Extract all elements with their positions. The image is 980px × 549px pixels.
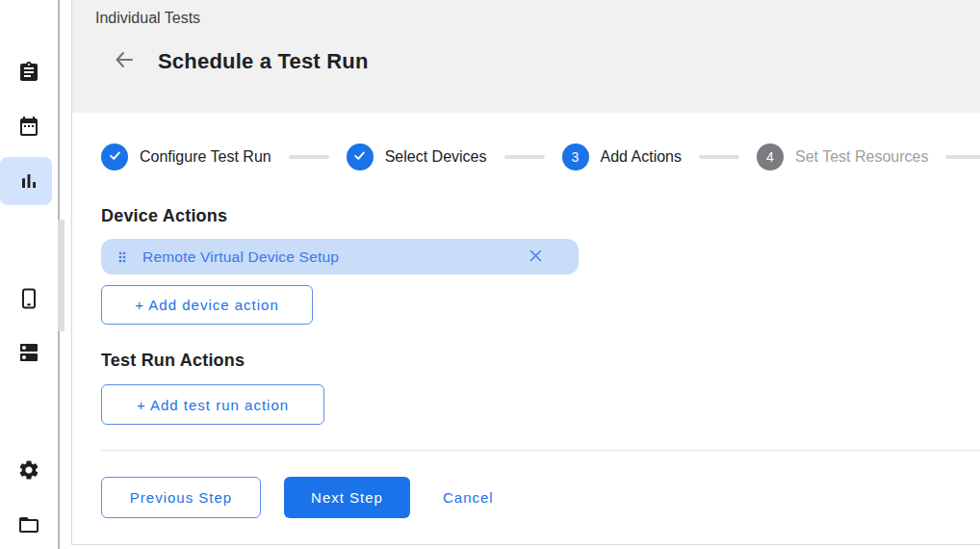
step-connector [699,155,739,159]
folder-icon [17,513,40,536]
step-3-label: Add Actions [601,148,683,166]
step-2-label: Select Devices [385,148,487,166]
close-icon [528,248,544,267]
stepper: Configure Test Run Select Devices 3 Add … [101,144,980,170]
step-2-circle[interactable] [347,144,374,170]
dns-icon [17,341,40,364]
step-4-number: 4 [766,149,774,165]
check-icon [108,148,122,166]
test-run-actions-heading: Test Run Actions [101,351,245,371]
page-title: Schedule a Test Run [158,49,369,74]
page-header: Individual Tests Schedule a Test Run [72,0,980,113]
gear-icon [17,458,40,482]
footer-divider [101,450,980,451]
device-action-chip-label: Remote Virtual Device Setup [142,248,339,266]
bar-chart-icon [17,170,40,193]
step-1-label: Configure Test Run [140,148,271,166]
footer-actions: Previous Step Next Step Cancel [101,477,494,518]
clipboard-icon [17,61,40,84]
drag-indicator-icon[interactable] [115,248,130,266]
cancel-button[interactable]: Cancel [443,477,494,518]
device-actions-heading: Device Actions [101,206,227,226]
sidebar-item-settings[interactable] [0,446,58,494]
previous-step-button[interactable]: Previous Step [101,477,261,518]
check-icon [352,148,367,166]
breadcrumb: Individual Tests [95,10,200,27]
step-1-circle[interactable] [101,144,128,170]
sidebar-item-results[interactable] [0,157,58,205]
step-3-number: 3 [572,149,580,165]
sidebar [0,0,58,549]
step-4-circle[interactable]: 4 [757,144,784,170]
sidebar-item-devices[interactable] [0,274,58,323]
arrow-back-icon [113,48,136,74]
scrollbar-thumb[interactable] [58,220,64,331]
step-connector [945,155,980,159]
sidebar-item-files[interactable] [0,501,58,549]
main-panel: Individual Tests Schedule a Test Run Con… [71,0,980,545]
smartphone-icon [17,287,40,310]
remove-device-action-button[interactable] [525,247,546,268]
sidebar-item-schedule[interactable] [0,102,58,150]
device-action-chip[interactable]: Remote Virtual Device Setup [101,239,579,274]
step-connector [289,155,329,159]
add-device-action-button[interactable]: + Add device action [101,285,313,325]
step-connector [504,155,545,159]
back-button[interactable] [111,47,138,74]
step-3-circle[interactable]: 3 [562,144,589,170]
calendar-icon [17,115,40,138]
step-4-label: Set Test Resources [795,148,928,166]
sidebar-item-resources[interactable] [0,328,58,377]
add-test-run-action-button[interactable]: + Add test run action [101,384,324,425]
next-step-button[interactable]: Next Step [284,477,410,518]
sidebar-item-tests[interactable] [0,48,58,96]
